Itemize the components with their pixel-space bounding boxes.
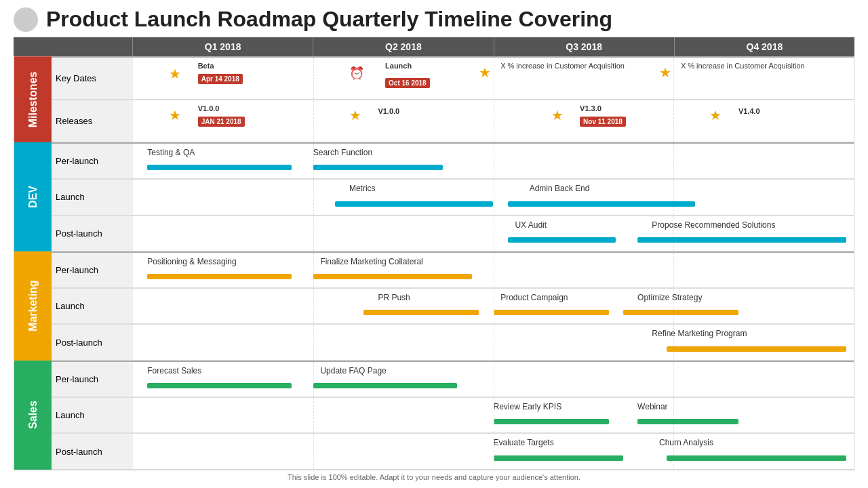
footer-text: This slide is 100% editable. Adapt it to… (14, 473, 854, 481)
title-icon (14, 7, 38, 32)
dev-prelaunch-label: Per-launch (52, 142, 133, 179)
header-spacer1 (14, 37, 51, 56)
releases-label: Releases (52, 100, 133, 143)
mkt-postlaunch-label: Post-launch (52, 324, 133, 361)
webinar-label: Webinar (637, 402, 667, 411)
propose-solutions-label: Propose Recommended Solutions (652, 220, 775, 230)
page-title: Product Launch Roadmap Quarterly Timelin… (46, 7, 612, 32)
quarters-row: Q1 2018 Q2 2018 Q3 2018 Q4 2018 (132, 37, 854, 56)
dev-prelaunch-content: Testing & QA Search Function (133, 142, 854, 179)
positioning-label: Positioning & Messaging (147, 257, 236, 266)
jan-date: JAN 21 2018 (198, 117, 245, 127)
key-dates-content: ★ Beta Apr 14 2018 ⏰ Launch ★ X % increa… (133, 56, 854, 100)
beta-label: Beta (198, 62, 214, 70)
sales-launch-content: Review Early KPIS Webinar (133, 397, 854, 434)
sales-prelaunch-label: Per-launch (52, 361, 133, 397)
star-q2-keydates: ★ (479, 64, 491, 81)
sales-label: Sales (14, 361, 52, 470)
quarter-header-row: Q1 2018 Q2 2018 Q3 2018 Q4 2018 (14, 37, 854, 56)
v100-label: V1.0.0 (198, 104, 220, 113)
mkt-postlaunch-content: Refine Marketing Program (133, 324, 854, 361)
beta-date: Apr 14 2018 (198, 74, 243, 84)
nov-date: Nov 11 2018 (580, 117, 626, 127)
testing-qa-label: Testing & QA (147, 148, 195, 157)
product-campaign-label: Product Campaign (500, 293, 568, 302)
dev-label: DEV (14, 142, 52, 251)
update-faq-label: Update FAQ Page (320, 366, 386, 375)
star-q4-releases: ★ (709, 107, 722, 123)
dev-launch-content: Metrics Admin Back End (133, 179, 854, 216)
q4-header: Q4 2018 (674, 37, 854, 56)
sales-postlaunch-content: Evaluate Targets Churn Analysis (133, 433, 854, 470)
star-q3-keydates: ★ (659, 64, 671, 81)
q4-acquisition-text: X % increase in Customer Acquisition (681, 62, 805, 70)
q2-acquisition-text: X % increase in Customer Acquisition (500, 62, 625, 70)
star-q1-releases: ★ (169, 107, 181, 123)
evaluate-targets-label: Evaluate Targets (494, 438, 554, 447)
dev-postlaunch-content: UX Audit Propose Recommended Solutions (133, 216, 854, 252)
roadmap-body: Milestones Key Dates ★ Beta Apr 14 2018 … (14, 56, 854, 470)
v130-label: V1.3.0 (580, 104, 601, 113)
releases-content: ★ V1.0.0 JAN 21 2018 ★ V1.0.0 ★ V1.3.0 N… (133, 100, 854, 143)
review-kpis-label: Review Early KPIS (494, 402, 562, 411)
mkt-prelaunch-content: Positioning & Messaging Finalize Marketi… (133, 251, 854, 288)
optimize-strategy-label: Optimize Strategy (637, 293, 702, 302)
pr-push-label: PR Push (378, 293, 410, 302)
dev-launch-label: Launch (52, 179, 133, 216)
star-q3-releases: ★ (551, 107, 564, 123)
q1-header: Q1 2018 (132, 37, 313, 56)
forecast-sales-label: Forecast Sales (147, 366, 201, 375)
refine-marketing-label: Refine Marketing Program (652, 329, 747, 338)
v140-label: V1.4.0 (738, 107, 760, 115)
search-function-label: Search Function (313, 148, 372, 157)
star-q2-releases: ★ (349, 107, 361, 123)
milestones-label: Milestones (14, 56, 52, 142)
page: Product Launch Roadmap Quarterly Timelin… (0, 0, 868, 488)
ux-audit-label: UX Audit (515, 220, 547, 230)
star-q1-keydates: ★ (169, 66, 181, 82)
alarm-icon: ⏰ (349, 66, 364, 81)
sales-prelaunch-content: Forecast Sales Update FAQ Page (133, 361, 854, 397)
marketing-label: Marketing (14, 251, 52, 361)
launch-label-q2: Launch (385, 62, 412, 70)
v100-q2-label: V1.0.0 (378, 107, 399, 115)
header-spacer2 (51, 37, 132, 56)
sales-launch-label: Launch (52, 397, 133, 434)
sales-postlaunch-label: Post-launch (52, 433, 133, 470)
dev-postlaunch-label: Post-launch (52, 216, 133, 252)
title-row: Product Launch Roadmap Quarterly Timelin… (14, 7, 854, 32)
key-dates-label: Key Dates (52, 56, 133, 100)
finalize-marketing-label: Finalize Marketing Collateral (320, 257, 422, 266)
churn-analysis-label: Churn Analysis (659, 438, 713, 447)
q3-header: Q3 2018 (494, 37, 674, 56)
oct-date: Oct 16 2018 (385, 78, 430, 88)
metrics-label: Metrics (349, 184, 376, 193)
q2-header: Q2 2018 (313, 37, 493, 56)
mkt-launch-content: PR Push Product Campaign Optimize Strate… (133, 288, 854, 325)
mkt-prelaunch-label: Per-launch (52, 251, 133, 288)
mkt-launch-label: Launch (52, 288, 133, 325)
admin-backend-label: Admin Back End (530, 184, 590, 193)
